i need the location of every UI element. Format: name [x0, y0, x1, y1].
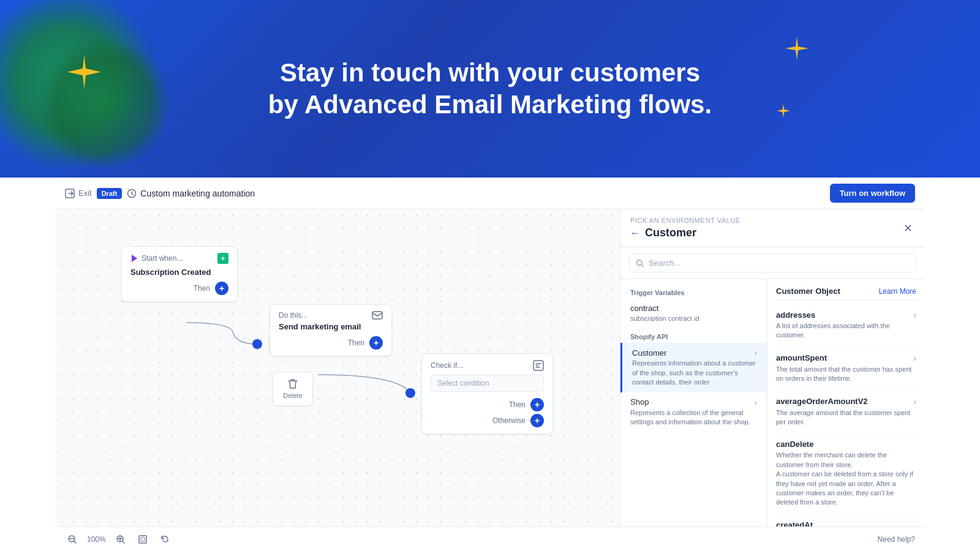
add-button-otherwise[interactable]: +: [530, 414, 544, 427]
then-label-start: Then: [194, 284, 210, 293]
hero-blob-green2: [37, 37, 172, 171]
exit-label: Exit: [78, 189, 92, 198]
star-icon-top-right: [785, 37, 809, 62]
settings-gear-icon: [220, 255, 226, 261]
undo-button[interactable]: [157, 532, 172, 547]
zoom-in-button[interactable]: [113, 532, 128, 547]
help-label[interactable]: Need help?: [878, 535, 915, 544]
add-button-start[interactable]: +: [215, 282, 228, 295]
right-item-can-delete: canDelete Whether the merchant can delet…: [776, 433, 916, 514]
svg-rect-5: [372, 312, 382, 319]
panel-item-contract[interactable]: contract subscription contract id: [620, 299, 767, 328]
settings-icon[interactable]: [217, 253, 228, 264]
right-col-title: Customer Object: [776, 287, 840, 296]
star-icon-small: [777, 104, 790, 120]
add-button-then[interactable]: +: [530, 398, 544, 411]
panel-close-button[interactable]: ✕: [900, 221, 915, 236]
draft-badge: Draft: [97, 188, 123, 199]
fit-view-icon: [138, 534, 148, 544]
check-if-label: Check if...: [431, 361, 463, 370]
panel-right: Customer Object Learn More addresses › A…: [767, 279, 925, 547]
search-icon: [636, 259, 644, 268]
svg-rect-10: [141, 538, 145, 541]
email-icon: [372, 311, 383, 320]
panel-title: Customer: [645, 227, 696, 239]
toolbar-title: Custom marketing automation: [127, 189, 255, 198]
action-node: Do this... Send marketing email Then +: [270, 304, 392, 356]
panel-env-label: PICK AN ENVIRONMENT VALUE: [630, 217, 741, 224]
toolbar: Exit Draft Custom marketing automation T…: [55, 178, 925, 209]
svg-point-4: [222, 257, 224, 260]
delete-label: Delete: [283, 392, 303, 399]
zoom-out-icon: [67, 534, 77, 544]
condition-icon: [533, 360, 544, 371]
avg-order-chevron-icon: ›: [913, 397, 916, 407]
add-button-action[interactable]: +: [369, 336, 383, 350]
delete-node[interactable]: Delete: [273, 372, 313, 406]
workflow-container: Exit Draft Custom marketing automation T…: [55, 178, 925, 551]
panel-item-shop[interactable]: Shop › Represents a collection of the ge…: [620, 392, 767, 432]
turn-on-button[interactable]: Turn on workflow: [830, 184, 915, 203]
panel-search: [620, 247, 925, 279]
svg-point-3: [405, 388, 415, 398]
trash-icon: [288, 378, 298, 389]
svg-rect-9: [139, 536, 146, 543]
addresses-chevron-icon: ›: [913, 310, 916, 320]
panel-item-customer[interactable]: Customer › Represents information about …: [620, 343, 767, 392]
panel-left: Trigger Variables contract subscription …: [620, 279, 767, 547]
right-item-amount-spent[interactable]: amountSpent › The total amount that the …: [776, 347, 916, 391]
send-email-title: Send marketing email: [279, 322, 383, 331]
panel-back-button[interactable]: ←: [630, 228, 640, 239]
zoom-in-icon: [116, 534, 126, 544]
side-panel: PICK AN ENVIRONMENT VALUE ← Customer ✕ T…: [620, 209, 925, 551]
do-this-label: Do this...: [279, 311, 307, 320]
hero-title: Stay in touch with your customers by Adv…: [268, 57, 712, 121]
zoom-level: 100%: [87, 535, 106, 544]
exit-button[interactable]: Exit: [65, 189, 92, 198]
then-label-condition: Then: [509, 400, 526, 409]
learn-more-link[interactable]: Learn More: [879, 287, 916, 296]
trigger-icon: [130, 254, 138, 263]
chevron-right-icon: ›: [754, 348, 757, 358]
start-node: Start when... Subscription Created Then …: [121, 246, 238, 302]
clock-icon: [127, 189, 137, 198]
fit-view-button[interactable]: [135, 532, 150, 547]
panel-header: PICK AN ENVIRONMENT VALUE ← Customer ✕: [620, 209, 925, 247]
condition-node: Check if... Select condition Then + Othe…: [421, 353, 553, 434]
svg-point-2: [252, 339, 262, 349]
canvas-footer: 100% Need help?: [55, 527, 925, 551]
amount-spent-chevron-icon: ›: [913, 353, 916, 363]
condition-select[interactable]: Select condition: [431, 375, 544, 392]
undo-icon: [160, 534, 170, 544]
panel-body: Trigger Variables contract subscription …: [620, 279, 925, 547]
right-item-addresses[interactable]: addresses › A list of addresses associat…: [776, 304, 916, 347]
chevron-right-icon-shop: ›: [754, 397, 757, 407]
shopify-api-label: Shopify API: [620, 328, 767, 343]
svg-point-11: [636, 260, 642, 265]
otherwise-label: Otherwise: [492, 416, 526, 425]
start-label: Start when...: [141, 254, 183, 263]
exit-icon: [65, 189, 75, 198]
trigger-variables-label: Trigger Variables: [620, 284, 767, 299]
subscription-created-title: Subscription Created: [130, 268, 228, 277]
zoom-out-button[interactable]: [65, 532, 80, 547]
then-label-action: Then: [348, 339, 364, 347]
search-input[interactable]: [649, 258, 910, 268]
star-icon-large: [67, 55, 101, 91]
hero-section: Stay in touch with your customers by Adv…: [0, 0, 980, 178]
right-item-avg-order[interactable]: averageOrderAmountV2 › The average amoun…: [776, 391, 916, 434]
panel-right-header: Customer Object Learn More: [776, 279, 916, 300]
